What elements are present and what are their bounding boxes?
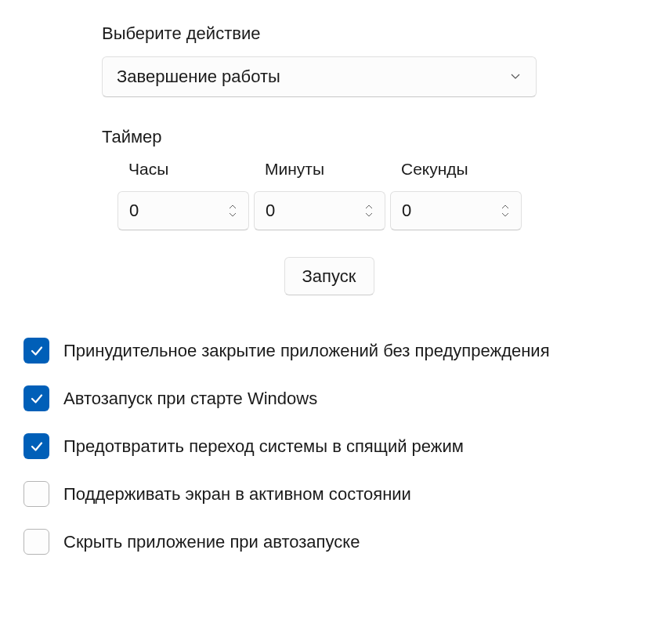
checkbox-checked-icon[interactable] <box>24 385 49 411</box>
minutes-label: Минуты <box>254 160 385 179</box>
checkbox-checked-icon[interactable] <box>24 433 49 459</box>
option-prevent-sleep[interactable]: Предотвратить переход системы в спящий р… <box>24 433 634 459</box>
chevron-down-icon <box>509 67 522 87</box>
seconds-value: 0 <box>402 201 411 221</box>
timer-label: Таймер <box>102 127 634 147</box>
action-dropdown-value: Завершение работы <box>117 67 280 87</box>
checkbox-unchecked-icon[interactable] <box>24 529 49 555</box>
minutes-value: 0 <box>266 201 275 221</box>
action-dropdown[interactable]: Завершение работы <box>102 56 537 97</box>
option-force-close[interactable]: Принудительное закрытие приложений без п… <box>24 338 634 364</box>
timer-row: Часы 0 Минуты 0 Секунды <box>118 160 634 230</box>
action-label: Выберите действие <box>102 24 634 44</box>
option-label: Автозапуск при старте Windows <box>63 389 317 409</box>
hours-spinbox[interactable]: 0 <box>118 191 249 230</box>
checkbox-unchecked-icon[interactable] <box>24 481 49 507</box>
option-autostart[interactable]: Автозапуск при старте Windows <box>24 385 634 411</box>
spin-arrows-icon <box>228 204 237 218</box>
option-label: Поддерживать экран в активном состоянии <box>63 484 411 505</box>
run-button[interactable]: Запуск <box>284 257 374 295</box>
seconds-spinbox[interactable]: 0 <box>390 191 522 230</box>
option-label: Скрыть приложение при автозапуске <box>63 532 360 552</box>
hours-value: 0 <box>129 201 139 221</box>
option-label: Принудительное закрытие приложений без п… <box>63 341 550 361</box>
seconds-label: Секунды <box>390 160 522 179</box>
checkbox-checked-icon[interactable] <box>24 338 49 364</box>
options-list: Принудительное закрытие приложений без п… <box>24 338 634 555</box>
spin-arrows-icon <box>501 204 510 218</box>
option-keep-screen-active[interactable]: Поддерживать экран в активном состоянии <box>24 481 634 507</box>
minutes-spinbox[interactable]: 0 <box>254 191 385 230</box>
option-hide-on-autostart[interactable]: Скрыть приложение при автозапуске <box>24 529 634 555</box>
hours-label: Часы <box>118 160 249 179</box>
spin-arrows-icon <box>364 204 374 218</box>
option-label: Предотвратить переход системы в спящий р… <box>63 436 464 457</box>
